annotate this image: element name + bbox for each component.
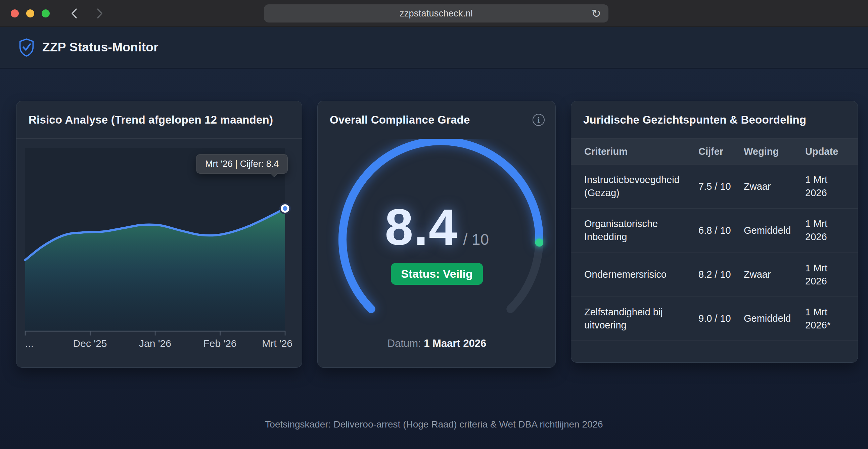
criteria-card-header: Juridische Gezichtspunten & Beoordeling (571, 101, 858, 139)
cijfer-cell: 8.2 / 10 (699, 268, 744, 281)
update-cell: 1 Mrt 2026* (805, 306, 848, 332)
update-cell: 1 Mrt 2026 (805, 173, 848, 200)
column-header: Cijfer (699, 146, 744, 157)
reload-icon[interactable]: ↻ (592, 8, 601, 19)
trend-chart[interactable]: Mrt '26 | Cijfer: 8.4 ... Dec '25 Jan '2… (17, 139, 303, 367)
gauge-svg (318, 139, 556, 368)
criterium-cell: Ondernemersrisico (584, 268, 699, 281)
criteria-title: Juridische Gezichtspunten & Beoordeling (583, 114, 806, 126)
criteria-table-card: Juridische Gezichtspunten & Beoordeling … (571, 101, 858, 363)
table-header-row: Criterium Cijfer Weging Update (571, 139, 858, 164)
url-text: zzpstatuscheck.nl (400, 8, 473, 19)
cijfer-cell: 9.0 / 10 (699, 312, 744, 325)
weging-cell: Zwaar (744, 268, 805, 281)
forward-icon[interactable] (95, 6, 105, 21)
compliance-gauge: 8.4 / 10 Status: Veilig Datum: 1 Maart 2… (318, 139, 556, 368)
gauge-date: Datum: 1 Maart 2026 (318, 337, 556, 350)
x-tick-label: Dec '25 (73, 338, 107, 349)
x-tick-label: ... (25, 338, 34, 349)
risk-trend-title: Risico Analyse (Trend afgelopen 12 maand… (29, 114, 273, 126)
x-tick-label: Jan '26 (139, 338, 171, 349)
main-content: Risico Analyse (Trend afgelopen 12 maand… (0, 68, 868, 449)
shield-check-icon (18, 38, 35, 57)
page-title: ZZP Status-Monitor (42, 40, 158, 54)
back-icon[interactable] (69, 6, 79, 21)
update-cell: 1 Mrt 2026 (805, 262, 848, 288)
criterium-cell: Organisatorische Inbedding (584, 217, 699, 243)
risk-trend-card: Risico Analyse (Trend afgelopen 12 maand… (16, 101, 302, 368)
compliance-card-header: Overall Compliance Grade i (318, 101, 555, 139)
column-header: Update (805, 146, 848, 157)
weging-cell: Gemiddeld (744, 224, 805, 237)
table-row: Instructiebevoegdheid (Gezag) 7.5 / 10 Z… (571, 164, 858, 208)
table-footer-space (571, 340, 858, 360)
data-point-marker[interactable] (279, 203, 291, 214)
criterium-cell: Instructiebevoegdheid (Gezag) (584, 173, 699, 200)
traffic-lights (11, 9, 50, 18)
close-window-button[interactable] (11, 9, 19, 18)
app-header: ZZP Status-Monitor (0, 27, 868, 68)
status-badge: Status: Veilig (391, 263, 483, 285)
update-cell: 1 Mrt 2026 (805, 217, 848, 243)
column-header: Criterium (584, 146, 699, 157)
weging-cell: Gemiddeld (744, 312, 805, 325)
browser-chrome: zzpstatuscheck.nl ↻ (0, 0, 868, 27)
x-tick-label: Feb '26 (203, 338, 237, 349)
x-tick-label: Mrt '26 (262, 338, 292, 349)
compliance-grade-card: Overall Compliance Grade i 8.4 / 10 Stat… (317, 101, 556, 368)
address-bar[interactable]: zzpstatuscheck.nl ↻ (264, 4, 609, 23)
criterium-cell: Zelfstandigheid bij uitvoering (584, 306, 699, 332)
gauge-end-dot (535, 238, 543, 246)
table-row: Organisatorische Inbedding 6.8 / 10 Gemi… (571, 208, 858, 252)
cijfer-cell: 6.8 / 10 (699, 224, 744, 237)
info-icon[interactable]: i (532, 114, 545, 126)
cijfer-cell: 7.5 / 10 (699, 180, 744, 193)
browser-window: zzpstatuscheck.nl ↻ ZZP Status-Monitor R… (0, 0, 868, 449)
chart-tooltip-text: Mrt '26 | Cijfer: 8.4 (205, 159, 279, 169)
date-label: Datum: (388, 337, 421, 349)
chart-tooltip: Mrt '26 | Cijfer: 8.4 (196, 154, 288, 174)
compliance-title: Overall Compliance Grade (330, 114, 470, 126)
page-footer-text: Toetsingskader: Deliveroo-arrest (Hoge R… (0, 419, 868, 430)
minimize-window-button[interactable] (26, 9, 34, 18)
x-axis (25, 331, 285, 335)
zoom-window-button[interactable] (42, 9, 50, 18)
table-row: Ondernemersrisico 8.2 / 10 Zwaar 1 Mrt 2… (571, 252, 858, 297)
column-header: Weging (744, 146, 805, 157)
table-row: Zelfstandigheid bij uitvoering 9.0 / 10 … (571, 297, 858, 340)
date-value: 1 Maart 2026 (424, 337, 486, 349)
risk-trend-card-header: Risico Analyse (Trend afgelopen 12 maand… (17, 101, 302, 139)
weging-cell: Zwaar (744, 180, 805, 193)
